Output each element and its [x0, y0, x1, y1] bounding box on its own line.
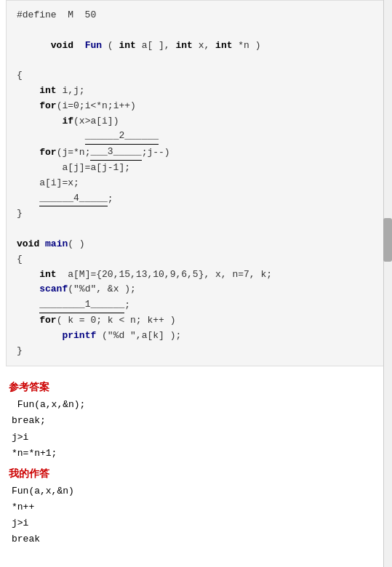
main-name: main	[45, 238, 68, 249]
code-line-ob1: {	[17, 68, 375, 84]
scrollbar-thumb[interactable]	[383, 218, 392, 262]
code-line-scanf: scanf("%d", &x );	[17, 282, 375, 297]
code-line-intij: int i,j;	[17, 84, 375, 99]
page-container: #define M 50 void Fun ( int a[ ], int x,…	[0, 0, 392, 567]
if-kw: if	[62, 116, 73, 126]
code-line-if: if(x>a[i])	[17, 114, 375, 129]
code-line-fun-sig: void Fun ( int a[ ], int x, int *n )	[17, 23, 375, 68]
code-line-empty	[17, 222, 375, 237]
code-line-blank2: ______2______	[17, 129, 375, 145]
my-title: 我的作答	[9, 467, 383, 480]
code-line-for3: for( k = 0; k < n; k++ )	[17, 313, 375, 329]
code-line-ob2: {	[17, 252, 375, 268]
blank-2: ______2______	[85, 129, 159, 145]
int-kw3: int	[215, 40, 232, 51]
ref-line-4: *n=*n+1;	[12, 446, 383, 462]
scanf-name: scanf	[39, 284, 68, 294]
ref-line-3: j>i	[12, 430, 383, 446]
scrollbar[interactable]	[383, 0, 392, 567]
int-kw2: int	[175, 40, 192, 51]
int-kw4: int	[39, 85, 56, 96]
int-kw1: int	[119, 40, 135, 51]
code-line-cb1: }	[17, 206, 375, 222]
for-kw1: for	[39, 100, 56, 111]
my-line-2: *n++	[12, 499, 383, 515]
code-line-assign2: a[i]=x;	[17, 176, 375, 191]
my-section: 我的作答 Fun(a,x,&n) *n++ j>i break	[0, 465, 392, 550]
code-line-intarr: int a[M]={20,15,13,10,9,6,5}, x, n=7, k;	[17, 268, 375, 283]
my-line-3: j>i	[12, 515, 383, 531]
code-line-define: #define M 50	[17, 8, 375, 23]
code-line-blank4: ______4_____;	[17, 191, 375, 207]
code-block: #define M 50 void Fun ( int a[ ], int x,…	[6, 0, 386, 366]
ref-title: 参考答案	[9, 381, 383, 394]
void-keyword: void	[51, 40, 73, 51]
my-answer-content: Fun(a,x,&n) *n++ j>i break	[9, 483, 383, 547]
code-line-main: void main( )	[17, 237, 375, 252]
ref-line-1: Fun(a,x,&n);	[12, 397, 383, 413]
my-line-4: break	[12, 531, 383, 547]
ref-line-2: break;	[12, 413, 383, 429]
code-line-cb2: }	[17, 344, 375, 359]
for-kw2: for	[39, 147, 56, 158]
blank-1: ________1______	[39, 297, 124, 313]
for-kw3: for	[39, 315, 56, 326]
code-line-for1: for(i=0;i<*n;i++)	[17, 99, 375, 114]
printf-name: printf	[62, 330, 96, 341]
int-kw5: int	[39, 269, 56, 280]
blank-3: ___3_____	[90, 145, 141, 161]
code-line-for2: for(j=*n;___3_____;j--)	[17, 145, 375, 161]
void-kw2: void	[17, 238, 39, 249]
code-line-assign1: a[j]=a[j-1];	[17, 161, 375, 176]
ref-answer-content: Fun(a,x,&n); break; j>i *n=*n+1;	[9, 397, 383, 461]
fun-name: Fun	[85, 40, 102, 51]
blank-4: ______4_____	[39, 191, 108, 207]
code-line-printf: printf ("%d ",a[k] );	[17, 329, 375, 344]
code-line-blank1: ________1______;	[17, 297, 375, 313]
my-line-1: Fun(a,x,&n)	[12, 483, 383, 499]
ref-section: 参考答案 Fun(a,x,&n); break; j>i *n=*n+1;	[0, 375, 392, 464]
